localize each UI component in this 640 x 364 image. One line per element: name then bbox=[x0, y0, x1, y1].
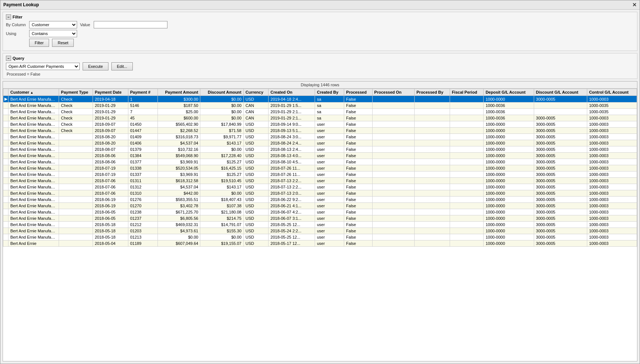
col-control-gl[interactable]: Control G/L Account bbox=[587, 89, 637, 96]
table-row[interactable]: Bert And Ernie Manufacturing_32018-08-20… bbox=[3, 140, 637, 146]
table-row[interactable]: Bert And Ernie Manufacturing_32018-05-18… bbox=[3, 222, 637, 228]
edit-button[interactable]: Edit... bbox=[111, 62, 133, 70]
table-row[interactable]: Bert And Ernie Manufacturing_32018-07-06… bbox=[3, 184, 637, 190]
col-created-on[interactable]: Created On bbox=[269, 89, 315, 96]
col-payment-type[interactable]: Payment Type bbox=[59, 89, 93, 96]
table-display-info: Displaying 1446 rows bbox=[3, 82, 637, 89]
main-content: – Filter By Column Customer Payment Type… bbox=[0, 10, 640, 364]
filter-row-2: Using Contains Equals Starts With Ends W… bbox=[6, 30, 634, 37]
filter-button[interactable]: Filter bbox=[29, 39, 49, 47]
col-deposit-gl[interactable]: Deposit G/L Account bbox=[484, 89, 534, 96]
table-row[interactable]: Bert And Ernie Manufacturing_32018-08-07… bbox=[3, 146, 637, 153]
filter-buttons-row: Filter Reset bbox=[6, 39, 634, 47]
table-row[interactable]: Bert And Ernie Manufacturing_32018-06-19… bbox=[3, 203, 637, 209]
filter-label: Filter bbox=[13, 15, 23, 19]
filter-toggle[interactable]: – bbox=[6, 14, 11, 20]
col-payment-num[interactable]: Payment # bbox=[128, 89, 158, 96]
close-button[interactable]: ✕ bbox=[632, 2, 637, 8]
filter-header[interactable]: – Filter bbox=[6, 14, 634, 20]
table-row[interactable]: ▶Bert And Ernie Manufacturing_3Check2019… bbox=[3, 96, 637, 103]
col-discount-gl[interactable]: Discount G/L Account bbox=[534, 89, 587, 96]
query-header[interactable]: – Query bbox=[6, 56, 634, 61]
query-toggle[interactable]: – bbox=[6, 56, 11, 61]
table-row[interactable]: Bert And Ernie Manufacturing_32018-08-06… bbox=[3, 153, 637, 159]
col-processed-on[interactable]: Processed On bbox=[372, 89, 414, 96]
table-row[interactable]: Bert And Ernie Manufacturing_32018-08-20… bbox=[3, 134, 637, 140]
table-header-row: Customer Payment Type Payment Date Payme… bbox=[3, 89, 637, 96]
by-column-select[interactable]: Customer Payment Type Payment Date Payme… bbox=[29, 21, 77, 28]
query-controls-row: Open A/R Customer Payments Execute Edit.… bbox=[6, 62, 634, 70]
table-row[interactable]: Bert And Ernie Manufacturing_3Check2018-… bbox=[3, 128, 637, 134]
table-body: ▶Bert And Ernie Manufacturing_3Check2019… bbox=[3, 96, 637, 247]
col-payment-amount[interactable]: Payment Amount bbox=[158, 89, 200, 96]
table-row[interactable]: Bert And Ernie Manufacturing_3Check2019-… bbox=[3, 115, 637, 121]
col-processed-by[interactable]: Processed By bbox=[415, 89, 450, 96]
table-row[interactable]: Bert And Ernie Manufacturing_3Check2019-… bbox=[3, 109, 637, 115]
query-section: – Query Open A/R Customer Payments Execu… bbox=[3, 53, 637, 79]
table-row[interactable]: Bert And Ernie Manufacturing_32018-06-05… bbox=[3, 209, 637, 215]
table-row[interactable]: Bert And Ernie Manufacturing_32018-07-06… bbox=[3, 190, 637, 197]
title-bar: Payment Lookup ✕ bbox=[0, 0, 640, 10]
reset-button[interactable]: Reset bbox=[52, 39, 74, 47]
value-label: Value bbox=[80, 22, 90, 27]
col-created-by[interactable]: Created By bbox=[315, 89, 344, 96]
table-row[interactable]: Bert And Ernie Manufacturing_32018-08-06… bbox=[3, 159, 637, 165]
table-row[interactable]: Bert And Ernie Manufacturing_32018-07-19… bbox=[3, 171, 637, 178]
col-indicator bbox=[3, 89, 8, 96]
payment-lookup-window: Payment Lookup ✕ – Filter By Column Cust… bbox=[0, 0, 640, 364]
filter-value-input[interactable] bbox=[94, 21, 167, 28]
col-customer[interactable]: Customer bbox=[8, 89, 59, 96]
query-select[interactable]: Open A/R Customer Payments bbox=[6, 63, 80, 70]
table-row[interactable]: Bert And Ernie Manufacturing_32018-06-19… bbox=[3, 197, 637, 203]
filter-row-1: By Column Customer Payment Type Payment … bbox=[6, 21, 634, 28]
table-row[interactable]: Bert And Ernie Manufacturing_3Check2018-… bbox=[3, 121, 637, 128]
filter-section: – Filter By Column Customer Payment Type… bbox=[3, 12, 637, 51]
table-row[interactable]: Bert And Ernie Manufacturing_32018-07-19… bbox=[3, 165, 637, 171]
query-label: Query bbox=[13, 56, 24, 60]
table-row[interactable]: Bert And Ernie Manufacturing_32018-07-06… bbox=[3, 178, 637, 184]
col-processed[interactable]: Processed bbox=[344, 89, 372, 96]
col-discount-amount[interactable]: Discount Amount bbox=[200, 89, 243, 96]
table-row[interactable]: Bert And Ernie Manufacturing_3Check2019-… bbox=[3, 103, 637, 109]
table-wrapper[interactable]: Customer Payment Type Payment Date Payme… bbox=[3, 89, 637, 361]
using-label: Using bbox=[6, 31, 26, 36]
table-row[interactable]: Bert And Ernie2018-05-0401189$607,049.64… bbox=[3, 240, 637, 247]
using-select[interactable]: Contains Equals Starts With Ends With bbox=[29, 30, 77, 37]
table-row[interactable]: Bert And Ernie Manufacturing_32018-05-18… bbox=[3, 234, 637, 240]
processed-text: Processed = False bbox=[6, 72, 634, 76]
col-currency[interactable]: Currency bbox=[243, 89, 269, 96]
payments-table: Customer Payment Type Payment Date Payme… bbox=[3, 89, 637, 247]
execute-button[interactable]: Execute bbox=[83, 62, 108, 70]
table-row[interactable]: Bert And Ernie Manufacturing_32018-06-05… bbox=[3, 215, 637, 222]
col-payment-date[interactable]: Payment Date bbox=[93, 89, 128, 96]
window-title: Payment Lookup bbox=[3, 2, 39, 7]
table-section: Displaying 1446 rows Customer Payment Ty… bbox=[3, 81, 637, 361]
by-column-label: By Column bbox=[6, 22, 26, 27]
table-row[interactable]: Bert And Ernie Manufacturing_32018-05-18… bbox=[3, 228, 637, 234]
col-fiscal-period[interactable]: Fiscal Period bbox=[450, 89, 484, 96]
